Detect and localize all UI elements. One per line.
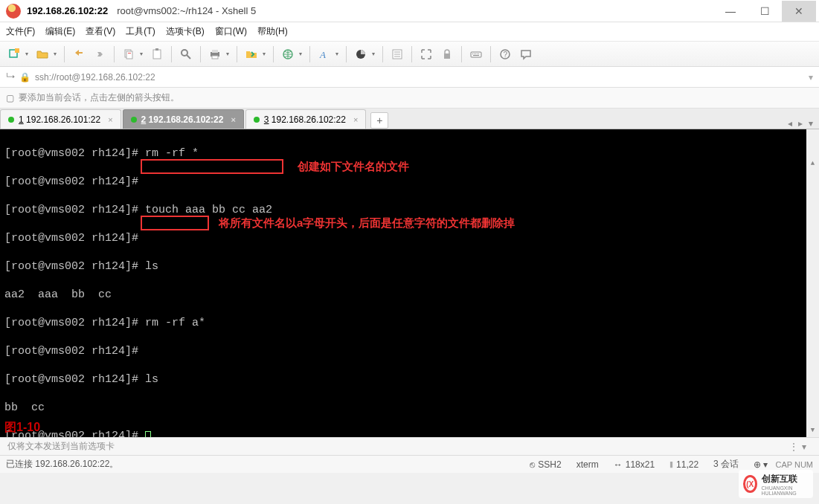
bubble-button[interactable] (516, 45, 536, 64)
menu-window[interactable]: 窗口(W) (215, 25, 247, 38)
terminal[interactable]: [root@vms002 rh124]# rm -rf * [root@vms0… (0, 129, 819, 437)
open-button[interactable] (33, 45, 60, 64)
color-button[interactable] (351, 45, 378, 64)
term-line: [root@vms002 rh124]# (4, 429, 815, 437)
menu-tools[interactable]: 工具(T) (126, 25, 155, 38)
send-hint: 仅将文本发送到当前选项卡 (7, 440, 115, 453)
svg-rect-20 (471, 52, 481, 57)
reconnect-button[interactable] (69, 45, 89, 64)
toolbar: A ? (0, 42, 819, 67)
info-hint: 要添加当前会话，点击左侧的箭头按钮。 (19, 91, 179, 104)
tab-3[interactable]: 3 192.168.26.102:22 × (245, 109, 367, 129)
minimize-button[interactable]: — (713, 1, 748, 22)
menu-tabs[interactable]: 选项卡(B) (166, 25, 205, 38)
svg-line-8 (187, 55, 190, 59)
svg-rect-19 (444, 54, 450, 59)
ssh-icon: ⎋ (530, 459, 535, 470)
font-button[interactable]: A (315, 45, 341, 64)
annotation-1: 创建如下文件名的文件 (298, 159, 409, 173)
tab-prev-icon[interactable]: ◂ (788, 118, 792, 129)
tab-3-label: 192.168.26.102:22 (272, 114, 346, 125)
status-dot-icon (254, 117, 260, 123)
term-line: [root@vms002 rh124]# (4, 344, 815, 358)
highlight-box-1 (141, 159, 283, 174)
status-proto: ⎋SSH2 (530, 459, 561, 470)
title-bar: 192.168.26.102:22 root@vms002:~/rh124 - … (0, 0, 819, 22)
disconnect-button[interactable] (90, 45, 109, 64)
svg-rect-6 (155, 48, 158, 51)
menu-file[interactable]: 文件(F) (6, 25, 35, 38)
cap-indicator: CAP NUM (775, 460, 813, 469)
terminal-scrollbar[interactable]: ▲ ▼ (806, 129, 819, 437)
close-button[interactable]: ✕ (782, 1, 816, 22)
scroll-down-icon[interactable]: ▼ (806, 424, 819, 437)
tab-next-icon[interactable]: ▸ (798, 118, 803, 129)
watermark-sub: CHUANGXIN HULIANWANG (762, 485, 809, 496)
watermark: (X 创新互联 CHUANGXIN HULIANWANG (739, 470, 813, 498)
window-subtitle: root@vms002:~/rh124 - Xshell 5 (117, 5, 256, 16)
pos-icon: ⦀ (669, 459, 673, 470)
lock-button[interactable] (437, 45, 457, 64)
svg-rect-27 (473, 55, 479, 56)
help-button[interactable]: ? (495, 45, 515, 64)
svg-rect-1 (15, 48, 19, 53)
new-session-button[interactable] (4, 45, 31, 64)
app-icon (6, 4, 21, 19)
term-line: bb cc (4, 401, 815, 415)
addr-arrow-icon[interactable]: ⮡ (6, 72, 15, 83)
find-button[interactable] (176, 45, 196, 64)
keyboard-button[interactable] (466, 45, 486, 64)
transfer-button[interactable] (242, 45, 269, 64)
svg-rect-23 (474, 54, 475, 54)
send-menu-icon[interactable]: ⋮ ▾ (789, 442, 812, 452)
svg-text:A: A (319, 49, 326, 60)
status-text: 已连接 192.168.26.102:22。 (6, 458, 118, 471)
menu-view[interactable]: 查看(V) (86, 25, 115, 38)
term-line: aa2 aaa bb cc (4, 288, 815, 302)
status-size: ↔118x21 (614, 459, 655, 470)
address-bar: ⮡ 🔒 ssh://root@192.168.26.102:22 ▾ (0, 67, 819, 88)
status-menu-icon[interactable]: ⊕ ▾ (754, 459, 768, 470)
term-line: [root@vms002 rh124]# rm -rf a* (4, 316, 815, 330)
svg-rect-10 (212, 50, 218, 53)
svg-rect-26 (478, 54, 479, 54)
menu-edit[interactable]: 编辑(E) (45, 25, 75, 38)
tab-1-close-icon[interactable]: × (108, 115, 112, 124)
term-line: [root@vms002 rh124]# rm -rf * (4, 146, 815, 161)
svg-rect-5 (153, 50, 161, 59)
tab-menu-icon[interactable]: ▾ (809, 118, 813, 129)
watermark-icon: (X (743, 475, 757, 493)
menu-bar: 文件(F) 编辑(E) 查看(V) 工具(T) 选项卡(B) 窗口(W) 帮助(… (0, 22, 819, 42)
term-line: [root@vms002 rh124]# ls (4, 259, 815, 274)
properties-button[interactable] (388, 45, 407, 64)
copy-button[interactable] (119, 45, 146, 64)
bookmark-icon[interactable]: ▢ (6, 93, 14, 103)
fullscreen-button[interactable] (417, 45, 436, 64)
watermark-brand: 创新互联 (762, 473, 809, 485)
svg-rect-24 (475, 54, 476, 54)
paste-button[interactable] (147, 45, 167, 64)
tab-bar: 1 192.168.26.101:22 × 2 192.168.26.102:2… (0, 109, 819, 129)
status-pos: ⦀11,22 (669, 459, 698, 470)
send-bar[interactable]: 仅将文本发送到当前选项卡 ⋮ ▾ (0, 437, 819, 455)
highlight-box-2 (141, 216, 209, 230)
maximize-button[interactable]: ☐ (748, 1, 782, 22)
tab-2-label: 192.168.26.102:22 (149, 114, 224, 125)
cursor-icon (145, 431, 151, 437)
menu-help[interactable]: 帮助(H) (257, 25, 288, 38)
lock-icon: 🔒 (19, 72, 30, 83)
addr-dropdown-icon[interactable]: ▾ (809, 72, 813, 83)
scroll-up-icon[interactable]: ▲ (806, 158, 819, 170)
status-bar: 已连接 192.168.26.102:22。 ⎋SSH2 xterm ↔118x… (0, 455, 819, 473)
tab-3-close-icon[interactable]: × (353, 115, 358, 124)
print-button[interactable] (205, 45, 232, 64)
tab-1[interactable]: 1 192.168.26.101:22 × (0, 109, 121, 129)
new-tab-button[interactable]: + (370, 112, 388, 129)
globe-button[interactable] (278, 45, 305, 64)
status-term: xterm (576, 459, 599, 470)
tab-2-close-icon[interactable]: × (231, 115, 235, 124)
address-text[interactable]: ssh://root@192.168.26.102:22 (35, 72, 155, 83)
svg-rect-25 (477, 54, 478, 54)
svg-rect-11 (212, 56, 218, 59)
tab-2[interactable]: 2 192.168.26.102:22 × (123, 109, 244, 129)
